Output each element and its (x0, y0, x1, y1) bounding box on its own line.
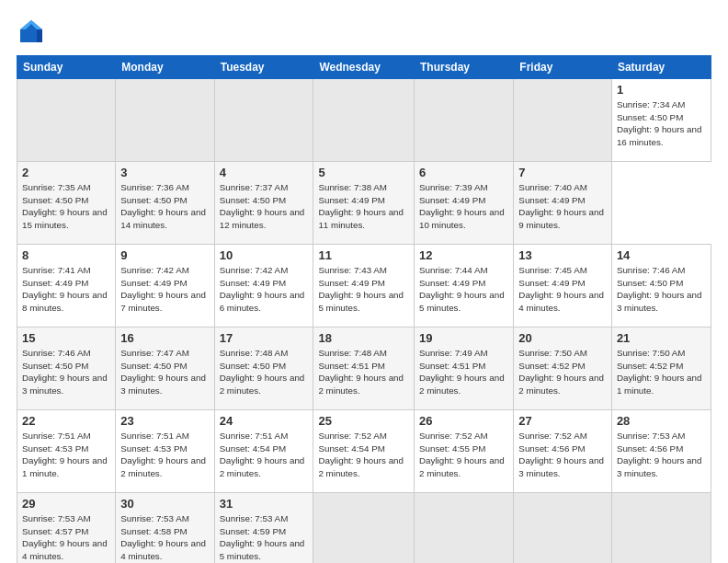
day-number: 25 (318, 414, 409, 428)
calendar-week-3: 8Sunrise: 7:41 AMSunset: 4:49 PMDaylight… (17, 245, 711, 327)
day-number: 27 (518, 414, 607, 428)
day-number: 15 (22, 331, 110, 345)
day-info: Sunrise: 7:52 AMSunset: 4:55 PMDaylight:… (419, 430, 508, 480)
day-cell-16: 16Sunrise: 7:47 AMSunset: 4:50 PMDayligh… (116, 327, 214, 410)
empty-cell (415, 79, 514, 162)
day-number: 17 (220, 331, 309, 345)
day-cell-25: 25Sunrise: 7:52 AMSunset: 4:54 PMDayligh… (313, 410, 415, 493)
day-number: 3 (120, 166, 209, 179)
empty-cell (116, 79, 214, 162)
day-number: 8 (22, 248, 110, 262)
calendar-week-5: 22Sunrise: 7:51 AMSunset: 4:53 PMDayligh… (17, 410, 711, 493)
day-info: Sunrise: 7:42 AMSunset: 4:49 PMDaylight:… (120, 264, 209, 315)
day-cell-14: 14Sunrise: 7:46 AMSunset: 4:50 PMDayligh… (611, 245, 711, 327)
day-number: 10 (220, 248, 309, 262)
day-info: Sunrise: 7:42 AMSunset: 4:49 PMDaylight:… (220, 264, 309, 315)
day-number: 5 (318, 166, 409, 179)
day-number: 20 (518, 331, 607, 345)
day-cell-24: 24Sunrise: 7:51 AMSunset: 4:54 PMDayligh… (214, 410, 313, 493)
column-header-tuesday: Tuesday (214, 56, 313, 79)
day-cell-5: 5Sunrise: 7:38 AMSunset: 4:49 PMDaylight… (313, 162, 415, 245)
day-info: Sunrise: 7:46 AMSunset: 4:50 PMDaylight:… (617, 264, 706, 315)
calendar-week-2: 2Sunrise: 7:35 AMSunset: 4:50 PMDaylight… (17, 162, 711, 245)
empty-cell (514, 493, 612, 564)
day-number: 28 (617, 414, 706, 428)
day-cell-7: 7Sunrise: 7:40 AMSunset: 4:49 PMDaylight… (514, 162, 612, 245)
day-cell-27: 27Sunrise: 7:52 AMSunset: 4:56 PMDayligh… (514, 410, 612, 493)
empty-cell (17, 79, 116, 162)
day-info: Sunrise: 7:40 AMSunset: 4:49 PMDaylight:… (518, 181, 607, 232)
day-number: 30 (120, 497, 209, 511)
column-header-monday: Monday (116, 56, 214, 79)
day-info: Sunrise: 7:47 AMSunset: 4:50 PMDaylight:… (120, 347, 209, 397)
calendar-header-row: SundayMondayTuesdayWednesdayThursdayFrid… (17, 56, 711, 79)
day-cell-23: 23Sunrise: 7:51 AMSunset: 4:53 PMDayligh… (116, 410, 214, 493)
day-cell-15: 15Sunrise: 7:46 AMSunset: 4:50 PMDayligh… (17, 327, 116, 410)
day-cell-4: 4Sunrise: 7:37 AMSunset: 4:50 PMDaylight… (214, 162, 313, 245)
day-cell-11: 11Sunrise: 7:43 AMSunset: 4:49 PMDayligh… (313, 245, 415, 327)
day-cell-31: 31Sunrise: 7:53 AMSunset: 4:59 PMDayligh… (214, 493, 313, 564)
day-info: Sunrise: 7:53 AMSunset: 4:56 PMDaylight:… (617, 430, 706, 480)
column-header-wednesday: Wednesday (313, 56, 415, 79)
day-number: 29 (22, 497, 110, 511)
day-number: 16 (120, 331, 209, 345)
day-cell-10: 10Sunrise: 7:42 AMSunset: 4:49 PMDayligh… (214, 245, 313, 327)
day-cell-1: 1Sunrise: 7:34 AMSunset: 4:50 PMDaylight… (611, 79, 711, 162)
day-cell-17: 17Sunrise: 7:48 AMSunset: 4:50 PMDayligh… (214, 327, 313, 410)
day-info: Sunrise: 7:52 AMSunset: 4:54 PMDaylight:… (318, 430, 409, 480)
day-cell-6: 6Sunrise: 7:39 AMSunset: 4:49 PMDaylight… (415, 162, 514, 245)
day-cell-3: 3Sunrise: 7:36 AMSunset: 4:50 PMDaylight… (116, 162, 214, 245)
day-number: 21 (617, 331, 706, 345)
page: SundayMondayTuesdayWednesdayThursdayFrid… (0, 0, 728, 563)
day-info: Sunrise: 7:44 AMSunset: 4:49 PMDaylight:… (419, 264, 508, 315)
day-number: 23 (120, 414, 209, 428)
day-number: 14 (617, 248, 706, 262)
day-cell-18: 18Sunrise: 7:48 AMSunset: 4:51 PMDayligh… (313, 327, 415, 410)
day-info: Sunrise: 7:45 AMSunset: 4:49 PMDaylight:… (518, 264, 607, 315)
day-number: 13 (518, 248, 607, 262)
column-header-friday: Friday (514, 56, 612, 79)
svg-marker-2 (37, 29, 42, 42)
day-number: 19 (419, 331, 508, 345)
empty-cell (214, 79, 313, 162)
day-number: 12 (419, 248, 508, 262)
day-number: 7 (518, 166, 607, 179)
day-number: 22 (22, 414, 110, 428)
day-cell-28: 28Sunrise: 7:53 AMSunset: 4:56 PMDayligh… (611, 410, 711, 493)
day-info: Sunrise: 7:49 AMSunset: 4:51 PMDaylight:… (419, 347, 508, 397)
day-cell-21: 21Sunrise: 7:50 AMSunset: 4:52 PMDayligh… (611, 327, 711, 410)
column-header-thursday: Thursday (415, 56, 514, 79)
day-number: 26 (419, 414, 508, 428)
day-info: Sunrise: 7:48 AMSunset: 4:50 PMDaylight:… (220, 347, 309, 397)
day-cell-8: 8Sunrise: 7:41 AMSunset: 4:49 PMDaylight… (17, 245, 116, 327)
day-info: Sunrise: 7:52 AMSunset: 4:56 PMDaylight:… (518, 430, 607, 480)
day-number: 4 (220, 166, 309, 179)
day-info: Sunrise: 7:51 AMSunset: 4:54 PMDaylight:… (220, 430, 309, 480)
day-info: Sunrise: 7:53 AMSunset: 4:59 PMDaylight:… (220, 512, 309, 563)
empty-cell (611, 493, 711, 564)
day-info: Sunrise: 7:48 AMSunset: 4:51 PMDaylight:… (318, 347, 409, 397)
day-info: Sunrise: 7:39 AMSunset: 4:49 PMDaylight:… (419, 181, 508, 232)
day-cell-13: 13Sunrise: 7:45 AMSunset: 4:49 PMDayligh… (514, 245, 612, 327)
calendar-table: SundayMondayTuesdayWednesdayThursdayFrid… (17, 55, 711, 563)
day-number: 24 (220, 414, 309, 428)
day-number: 31 (220, 497, 309, 511)
day-cell-12: 12Sunrise: 7:44 AMSunset: 4:49 PMDayligh… (415, 245, 514, 327)
logo (17, 17, 50, 46)
column-header-saturday: Saturday (611, 56, 711, 79)
day-info: Sunrise: 7:46 AMSunset: 4:50 PMDaylight:… (22, 347, 110, 397)
empty-cell (313, 493, 415, 564)
day-cell-20: 20Sunrise: 7:50 AMSunset: 4:52 PMDayligh… (514, 327, 612, 410)
day-cell-29: 29Sunrise: 7:53 AMSunset: 4:57 PMDayligh… (17, 493, 116, 564)
day-info: Sunrise: 7:43 AMSunset: 4:49 PMDaylight:… (318, 264, 409, 315)
calendar-week-6: 29Sunrise: 7:53 AMSunset: 4:57 PMDayligh… (17, 493, 711, 564)
day-info: Sunrise: 7:51 AMSunset: 4:53 PMDaylight:… (22, 430, 110, 480)
day-number: 1 (617, 83, 706, 97)
calendar-week-4: 15Sunrise: 7:46 AMSunset: 4:50 PMDayligh… (17, 327, 711, 410)
day-cell-30: 30Sunrise: 7:53 AMSunset: 4:58 PMDayligh… (116, 493, 214, 564)
day-info: Sunrise: 7:38 AMSunset: 4:49 PMDaylight:… (318, 181, 409, 232)
day-info: Sunrise: 7:50 AMSunset: 4:52 PMDaylight:… (518, 347, 607, 397)
day-info: Sunrise: 7:36 AMSunset: 4:50 PMDaylight:… (120, 181, 209, 232)
empty-cell (313, 79, 415, 162)
logo-icon (17, 17, 46, 46)
